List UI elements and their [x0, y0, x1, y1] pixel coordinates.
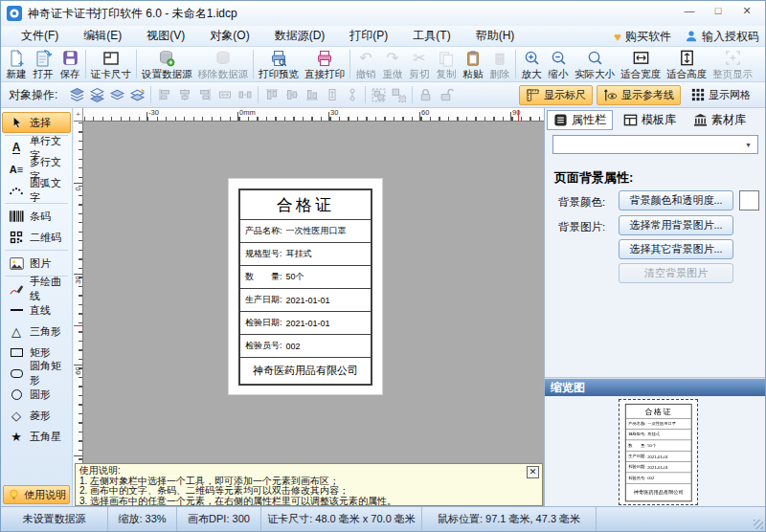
direct-print-button[interactable]: 直接打印	[302, 48, 348, 81]
tool-star[interactable]: ★ 五角星	[2, 426, 71, 447]
help-button[interactable]: 使用说明	[3, 485, 70, 504]
menu-print[interactable]: 打印(P)	[337, 26, 400, 47]
menu-edit[interactable]: 编辑(E)	[71, 26, 134, 47]
menu-view[interactable]: 视图(V)	[134, 26, 197, 47]
v-spacing-icon[interactable]	[342, 85, 362, 104]
zoom-out-button[interactable]: 缩小	[545, 48, 572, 81]
group-icon[interactable]	[369, 85, 389, 104]
card-row-inspector-id[interactable]: 检验员号:002	[240, 335, 371, 358]
send-backward-icon[interactable]	[127, 85, 147, 104]
choose-other-bg-button[interactable]: 选择其它背景图片...	[619, 239, 733, 259]
h-spacing-icon[interactable]	[235, 85, 255, 104]
fit-width-button[interactable]: 适合宽度	[618, 48, 664, 81]
menu-tools[interactable]: 工具(T)	[400, 26, 462, 47]
tab-material-library[interactable]: 素材库	[687, 110, 753, 130]
tool-freehand-curve[interactable]: 手绘曲线	[2, 278, 71, 299]
redo-button[interactable]: ↷ 重做	[379, 48, 406, 81]
certificate-card[interactable]: 合格证 产品名称:一次性医用口罩 规格型号:耳挂式 数 量:50个 生产日期:2…	[229, 179, 382, 394]
card-row-production-date[interactable]: 生产日期:2021-01-01	[240, 289, 371, 312]
usage-note-line: 3. 选择画布中的任意一个元素，在右侧的属性栏里可以调整该元素的属性。	[79, 497, 538, 507]
tool-arc-text[interactable]: 圆弧文字	[2, 180, 71, 201]
clear-bg-button[interactable]: 清空背景图片	[619, 263, 733, 283]
tool-image[interactable]: 图片	[2, 253, 71, 274]
tool-barcode[interactable]: 条码	[2, 206, 71, 227]
delete-button[interactable]: 删除	[486, 48, 513, 81]
object-selector-dropdown[interactable]: ▾	[552, 135, 758, 154]
card-company-name[interactable]: 神奇医药用品有限公司	[240, 358, 371, 384]
buy-software-button[interactable]: ♥ 购买软件	[614, 29, 671, 45]
menu-object[interactable]: 对象(O)	[197, 26, 261, 47]
show-guides-toggle[interactable]: 显示参考线	[597, 85, 681, 105]
ungroup-icon[interactable]	[389, 85, 409, 104]
align-middle-icon[interactable]	[282, 85, 302, 104]
resize-grip[interactable]	[754, 520, 763, 529]
show-grid-toggle[interactable]: 显示网格	[685, 85, 757, 105]
tool-diamond[interactable]: ◇ 菱形	[2, 405, 71, 426]
canvas-area[interactable]: + -30 0mm 30 60 90 0 30 60 合格证 产品名称:一次性医…	[74, 108, 544, 506]
circle-icon	[8, 389, 25, 400]
set-datasource-button[interactable]: 设置数据源	[139, 48, 195, 81]
usage-note: 使用说明: 1. 左侧对象栏中选择一个工具，即可添加一个元素到画布区； 2. 画…	[75, 463, 543, 506]
note-close-icon[interactable]: ✕	[527, 466, 539, 478]
send-to-back-icon[interactable]	[87, 85, 107, 104]
menu-bar: 文件(F) 编辑(E) 视图(V) 对象(O) 数据源(D) 打印(P) 工具(…	[1, 26, 765, 47]
tool-rounded-rectangle[interactable]: 圆角矩形	[2, 363, 71, 384]
bring-forward-icon[interactable]	[107, 85, 127, 104]
maximize-button[interactable]: □	[704, 3, 732, 20]
lock-icon[interactable]	[416, 85, 436, 104]
same-width-icon[interactable]	[214, 85, 235, 104]
align-bottom-icon[interactable]	[302, 85, 322, 104]
new-button[interactable]: 新建	[3, 48, 30, 81]
align-center-h-icon[interactable]	[174, 85, 194, 104]
card-row-quantity[interactable]: 数 量:50个	[240, 266, 371, 289]
save-button[interactable]: 保存	[56, 48, 83, 81]
multi-text-icon: A≡	[8, 164, 25, 175]
object-bar-separator	[150, 86, 151, 103]
choose-common-bg-button[interactable]: 选择常用背景图片...	[619, 215, 733, 235]
certificate-title[interactable]: 合格证	[240, 190, 371, 220]
align-left-icon[interactable]	[154, 85, 174, 104]
card-size-button[interactable]: 证卡尺寸	[88, 48, 134, 81]
full-page-button[interactable]: 整页显示	[710, 48, 755, 81]
tool-qrcode[interactable]: 二维码	[2, 227, 71, 248]
paste-button[interactable]: 粘贴	[460, 48, 486, 81]
card-row-inspection-date[interactable]: 检验日期:2021-01-01	[240, 312, 371, 335]
barcode-icon	[8, 211, 25, 222]
align-right-icon[interactable]	[194, 85, 214, 104]
bg-color-button[interactable]: 背景颜色和透明度...	[619, 190, 733, 211]
bring-to-front-icon[interactable]	[67, 85, 87, 104]
object-operations-bar: 对象操作: 显示标尺 显示参考线	[1, 82, 765, 108]
enter-license-button[interactable]: 输入授权码	[685, 29, 759, 45]
buy-heart-icon: ♥	[614, 30, 621, 44]
tool-triangle[interactable]: △ 三角形	[2, 321, 71, 342]
menu-file[interactable]: 文件(F)	[9, 26, 71, 47]
tab-properties[interactable]: 属性栏	[547, 110, 613, 130]
close-button[interactable]: ✕	[732, 3, 761, 20]
ruler-label: 60	[421, 108, 429, 117]
card-row-spec-model[interactable]: 规格型号:耳挂式	[240, 243, 371, 266]
menu-help[interactable]: 帮助(H)	[463, 26, 528, 47]
undo-button[interactable]: ↶ 撤销	[352, 48, 379, 81]
cut-button[interactable]: ✂ 剪切	[406, 48, 433, 81]
tab-template-library[interactable]: 模板库	[617, 110, 683, 130]
actual-size-button[interactable]: 实际大小	[572, 48, 618, 81]
zoom-in-button[interactable]: 放大	[518, 48, 545, 81]
unlock-icon[interactable]	[436, 85, 456, 104]
same-height-icon[interactable]	[322, 85, 342, 104]
card-size-icon	[101, 49, 121, 68]
print-preview-button[interactable]: 打印预览	[256, 48, 302, 81]
chevron-down-icon: ▾	[741, 138, 755, 151]
open-button[interactable]: 打开	[30, 48, 56, 81]
card-row-product-name[interactable]: 产品名称:一次性医用口罩	[240, 220, 371, 243]
fit-height-button[interactable]: 适合高度	[664, 48, 710, 81]
remove-datasource-button[interactable]: 移除数据源	[195, 48, 252, 81]
align-top-icon[interactable]	[261, 85, 282, 104]
tool-select[interactable]: 选择	[2, 112, 71, 133]
show-ruler-toggle[interactable]: 显示标尺	[519, 85, 593, 105]
ruler-label: 0	[74, 185, 82, 194]
thumbnail-selection-box[interactable]: 合格证 产品名称:一次性医用口罩 规格型号:耳挂式 数 量:50个 生产日期:2…	[619, 399, 698, 505]
minimize-button[interactable]: —	[675, 3, 704, 20]
menu-datasource[interactable]: 数据源(D)	[262, 26, 338, 47]
copy-button[interactable]: 复制	[433, 48, 460, 81]
bg-color-swatch[interactable]	[739, 190, 759, 211]
